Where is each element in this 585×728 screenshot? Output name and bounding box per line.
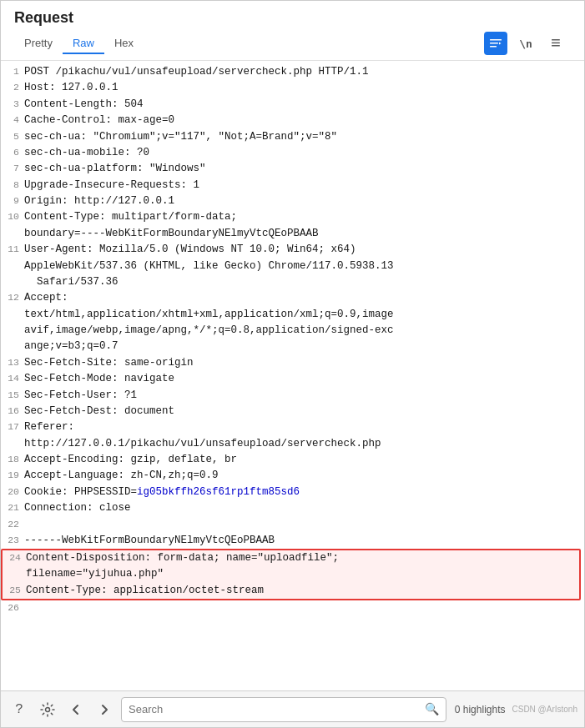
table-row: 5sec-ch-ua: "Chromium";v="117", "Not;A=B…	[1, 129, 584, 145]
table-row: 21Connection: close	[1, 500, 584, 516]
table-row: 12Accept: text/html,application/xhtml+xm…	[1, 290, 584, 355]
svg-rect-2	[490, 46, 497, 48]
line-number: 16	[1, 404, 24, 419]
line-number: 24	[3, 550, 26, 565]
table-row: 6sec-ch-ua-mobile: ?0	[1, 145, 584, 161]
table-row: 7sec-ch-ua-platform: "Windows"	[1, 161, 584, 177]
line-number: 23	[1, 533, 24, 548]
line-content: Referer: http://127.0.0.1/pikachu/vul/un…	[24, 419, 584, 452]
line-number: 1	[1, 64, 24, 79]
line-content: Connection: close	[24, 500, 584, 516]
line-number: 14	[1, 371, 24, 386]
table-row: 13Sec-Fetch-Site: same-origin	[1, 355, 584, 371]
table-row: 22	[1, 517, 584, 533]
line-content: sec-ch-ua: "Chromium";v="117", "Not;A=Br…	[24, 129, 584, 145]
menu-icon[interactable]: ≡	[544, 32, 567, 55]
table-row: 10Content-Type: multipart/form-data; bou…	[1, 209, 584, 242]
line-number: 8	[1, 178, 24, 193]
svg-point-3	[46, 707, 50, 711]
line-content: Cache-Control: max-age=0	[24, 113, 584, 128]
line-content: Content-Type: application/octet-stream	[26, 583, 579, 599]
line-content: Content-Disposition: form-data; name="up…	[26, 550, 579, 583]
table-row: 26	[1, 600, 584, 616]
table-row: 2Host: 127.0.0.1	[1, 80, 584, 96]
table-row: 24Content-Disposition: form-data; name="…	[3, 550, 579, 583]
table-row: 16Sec-Fetch-Dest: document	[1, 404, 584, 419]
line-number: 22	[1, 517, 24, 532]
line-content: Sec-Fetch-User: ?1	[24, 388, 584, 404]
line-content: Sec-Fetch-Site: same-origin	[24, 355, 584, 371]
newline-icon[interactable]: \n	[514, 32, 537, 55]
line-number: 12	[1, 290, 24, 305]
line-content: Sec-Fetch-Mode: navigate	[24, 371, 584, 387]
line-number: 2	[1, 80, 24, 95]
watermark: CSDN @ArIstonh	[512, 705, 577, 714]
back-icon[interactable]	[64, 698, 88, 721]
line-number: 4	[1, 113, 24, 128]
footer: ? 🔍 0 highlights CSDN @ArIstonh	[1, 690, 584, 727]
line-content: Host: 127.0.0.1	[24, 80, 584, 96]
line-content: Cookie: PHPSESSID=ig05bkffh26sf61rp1ftm8…	[24, 484, 584, 500]
line-number: 3	[1, 97, 24, 112]
line-content: Content-Length: 504	[24, 97, 584, 113]
table-row: 20Cookie: PHPSESSID=ig05bkffh26sf61rp1ft…	[1, 484, 584, 500]
tab-pretty[interactable]: Pretty	[14, 33, 63, 54]
tab-raw[interactable]: Raw	[63, 33, 104, 54]
table-row: 25Content-Type: application/octet-stream	[3, 583, 579, 599]
line-content: Upgrade-Insecure-Requests: 1	[24, 178, 584, 193]
line-number: 15	[1, 388, 24, 403]
code-area: 1POST /pikachu/vul/unsafeupload/serverch…	[1, 61, 584, 620]
main-container: Request Pretty Raw Hex \n ≡	[0, 0, 585, 728]
line-number: 6	[1, 145, 24, 160]
table-row: 23------WebKitFormBoundaryNElmyVtcQEoPBA…	[1, 533, 584, 549]
line-content: User-Agent: Mozilla/5.0 (Windows NT 10.0…	[24, 242, 584, 290]
settings-icon[interactable]	[36, 698, 59, 721]
table-row: 17Referer: http://127.0.0.1/pikachu/vul/…	[1, 419, 584, 452]
code-content: 1POST /pikachu/vul/unsafeupload/serverch…	[1, 61, 584, 690]
line-number: 18	[1, 452, 24, 467]
line-content: Sec-Fetch-Dest: document	[24, 404, 584, 419]
highlights-badge: 0 highlights	[455, 704, 506, 715]
header: Request Pretty Raw Hex \n ≡	[1, 1, 584, 61]
line-number: 11	[1, 242, 24, 257]
table-row: 18Accept-Encoding: gzip, deflate, br	[1, 452, 584, 468]
line-content: sec-ch-ua-mobile: ?0	[24, 145, 584, 161]
line-content: Content-Type: multipart/form-data; bound…	[24, 209, 584, 242]
svg-rect-0	[490, 39, 502, 41]
table-row: 8Upgrade-Insecure-Requests: 1	[1, 178, 584, 193]
table-row: 15Sec-Fetch-User: ?1	[1, 388, 584, 404]
table-row: 4Cache-Control: max-age=0	[1, 113, 584, 128]
tab-hex[interactable]: Hex	[104, 33, 144, 54]
search-bar[interactable]: 🔍	[121, 697, 446, 722]
table-row: 11User-Agent: Mozilla/5.0 (Windows NT 10…	[1, 242, 584, 290]
search-input[interactable]	[129, 703, 420, 715]
line-number: 25	[3, 583, 26, 598]
line-number: 9	[1, 193, 24, 208]
table-row: 1POST /pikachu/vul/unsafeupload/serverch…	[1, 64, 584, 80]
table-row: 3Content-Length: 504	[1, 97, 584, 113]
line-number: 5	[1, 129, 24, 144]
line-content: sec-ch-ua-platform: "Windows"	[24, 161, 584, 177]
line-number: 10	[1, 209, 24, 224]
line-number: 13	[1, 355, 24, 370]
line-content: Accept: text/html,application/xhtml+xml,…	[24, 290, 584, 355]
highlighted-block: 24Content-Disposition: form-data; name="…	[1, 549, 581, 600]
wrap-icon[interactable]	[484, 32, 507, 55]
line-content: Origin: http://127.0.0.1	[24, 193, 584, 209]
line-number: 20	[1, 484, 24, 500]
line-number: 26	[1, 600, 24, 615]
line-content: ------WebKitFormBoundaryNElmyVtcQEoPBAAB	[24, 533, 584, 549]
table-row: 19Accept-Language: zh-CN,zh;q=0.9	[1, 468, 584, 484]
line-number: 17	[1, 419, 24, 434]
help-icon[interactable]: ?	[8, 698, 31, 721]
tab-bar: Pretty Raw Hex \n ≡	[14, 32, 571, 55]
line-number: 7	[1, 161, 24, 176]
svg-rect-1	[490, 43, 498, 44]
table-row: 14Sec-Fetch-Mode: navigate	[1, 371, 584, 387]
forward-icon[interactable]	[93, 698, 116, 721]
line-number: 21	[1, 500, 24, 515]
page-title: Request	[14, 9, 571, 27]
line-number: 19	[1, 468, 24, 483]
search-icon: 🔍	[425, 702, 439, 716]
line-content: Accept-Encoding: gzip, deflate, br	[24, 452, 584, 468]
